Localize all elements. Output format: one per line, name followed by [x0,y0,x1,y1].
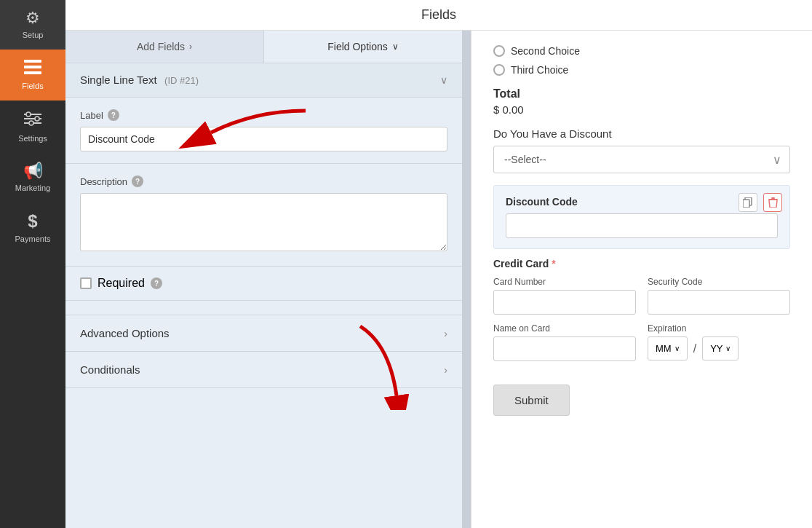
radio-option-third: Third Choice [493,64,790,76]
credit-card-label-text: Credit Card [493,258,549,269]
radio-label-third: Third Choice [511,64,568,76]
tab-add-fields-label: Add Fields [137,41,185,52]
credit-card-label: Credit Card * [493,258,790,269]
expiry-yy-chevron: ∨ [725,344,731,352]
sidebar-label-setup: Setup [23,31,44,39]
discount-select-placeholder: --Select-- [504,154,546,165]
field-id-label: (ID #21) [164,75,199,86]
description-text: Description [80,176,127,187]
svg-rect-0 [24,60,41,63]
expiration-sublabel: Expiration [648,323,790,334]
expiry-row: MM ∨ / YY ∨ [648,336,790,360]
gear-icon: ⚙ [25,10,40,26]
expiry-yy-select[interactable]: YY ∨ [702,336,739,360]
name-expiry-row: Name on Card Expiration MM ∨ / [493,323,790,361]
field-header-chevron[interactable]: ∨ [440,74,447,86]
settings-icon [24,111,41,130]
description-label-row: Description ? [80,176,447,187]
select-wrapper: --Select-- ∨ [493,146,790,173]
right-panel: Second Choice Third Choice Total $ 0.00 … [471,31,812,528]
name-on-card-group: Name on Card [493,323,636,361]
label-text: Label [80,110,103,121]
expiration-group: Expiration MM ∨ / YY ∨ [648,323,790,361]
top-bar: Fields [65,0,812,31]
security-code-group: Security Code [648,277,790,315]
required-label: Required [97,277,145,290]
name-on-card-sublabel: Name on Card [493,323,636,334]
submit-button[interactable]: Submit [493,385,570,416]
sidebar-item-fields[interactable]: Fields [0,50,65,101]
required-help-icon[interactable]: ? [151,277,162,289]
advanced-options-row[interactable]: Advanced Options › [65,315,462,352]
field-header-title: Single Line Text (ID #21) [80,74,199,87]
delete-icon[interactable] [763,193,782,212]
advanced-options-label: Advanced Options [80,327,170,339]
field-type-label: Single Line Text [80,74,157,86]
radio-circle-third[interactable] [493,64,505,76]
total-section: Total $ 0.00 [493,87,790,116]
payments-icon: $ [28,213,37,230]
description-help-icon[interactable]: ? [132,176,143,187]
label-help-icon[interactable]: ? [108,109,119,121]
content-area: Add Fields › Field Options ∨ Single Line… [65,31,812,528]
card-number-group: Card Number [493,277,636,315]
card-number-input[interactable] [493,290,636,315]
label-input[interactable] [80,127,447,151]
conditionals-label: Conditionals [80,363,140,376]
required-row: Required ? [65,267,462,301]
name-on-card-input[interactable] [493,336,636,361]
sidebar-item-payments[interactable]: $ Payments [0,202,65,253]
left-panel: Add Fields › Field Options ∨ Single Line… [65,31,462,528]
advanced-options-wrapper: Advanced Options › [65,315,462,352]
svg-rect-2 [24,71,41,74]
sidebar-item-marketing[interactable]: 📢 Marketing [0,153,65,202]
card-number-security-row: Card Number Security Code [493,277,790,315]
label-section: Label ? [65,98,462,164]
conditionals-chevron: › [444,364,447,376]
sidebar-item-setup[interactable]: ⚙ Setup [0,0,65,50]
discount-code-icons [739,193,782,212]
sidebar-label-fields: Fields [22,82,43,90]
sidebar: ⚙ Setup Fields Settings 📢 Market [0,0,65,528]
total-value: $ 0.00 [493,103,790,116]
security-code-sublabel: Security Code [648,277,790,287]
panel-divider [462,31,471,528]
form-preview: Second Choice Third Choice Total $ 0.00 … [493,45,790,416]
tabs-row: Add Fields › Field Options ∨ [65,31,462,63]
expiry-mm-chevron: ∨ [674,344,680,352]
field-header: Single Line Text (ID #21) ∨ [65,63,462,98]
expiry-slash: / [693,342,696,355]
discount-dropdown-group: Do You Have a Discount --Select-- ∨ [493,127,790,173]
main-content: Fields Add Fields › Field Options ∨ Si [65,0,812,528]
sidebar-label-marketing: Marketing [15,184,50,192]
sidebar-item-settings[interactable]: Settings [0,101,65,153]
tab-add-fields[interactable]: Add Fields › [65,31,263,63]
discount-dropdown-label: Do You Have a Discount [493,127,790,140]
discount-select[interactable]: --Select-- [493,146,790,173]
tab-field-options-label: Field Options [327,41,387,52]
expiry-yy-label: YY [710,343,723,354]
description-textarea[interactable] [80,193,447,251]
security-code-input[interactable] [648,290,790,315]
required-checkbox[interactable] [80,277,92,289]
fields-icon [24,60,41,77]
svg-point-7 [35,117,39,121]
expiry-mm-select[interactable]: MM ∨ [648,336,688,360]
credit-card-block: Credit Card * Card Number Security Code [493,258,790,361]
conditionals-row[interactable]: Conditionals › [65,352,462,388]
discount-code-input[interactable] [506,213,778,238]
expiry-mm-label: MM [656,343,672,354]
sidebar-label-payments: Payments [15,235,51,243]
label-field-row: Label ? [80,109,447,121]
svg-point-8 [29,121,33,125]
radio-circle-second[interactable] [493,45,505,57]
tab-add-fields-chevron: › [189,42,192,52]
radio-option-second: Second Choice [493,45,790,57]
tab-field-options[interactable]: Field Options ∨ [264,31,462,63]
spacer [65,301,462,315]
total-label: Total [493,87,790,101]
discount-code-block: Discount Code [493,185,790,249]
credit-card-required-star: * [552,258,555,269]
copy-icon[interactable] [739,193,757,212]
svg-rect-1 [24,66,41,68]
